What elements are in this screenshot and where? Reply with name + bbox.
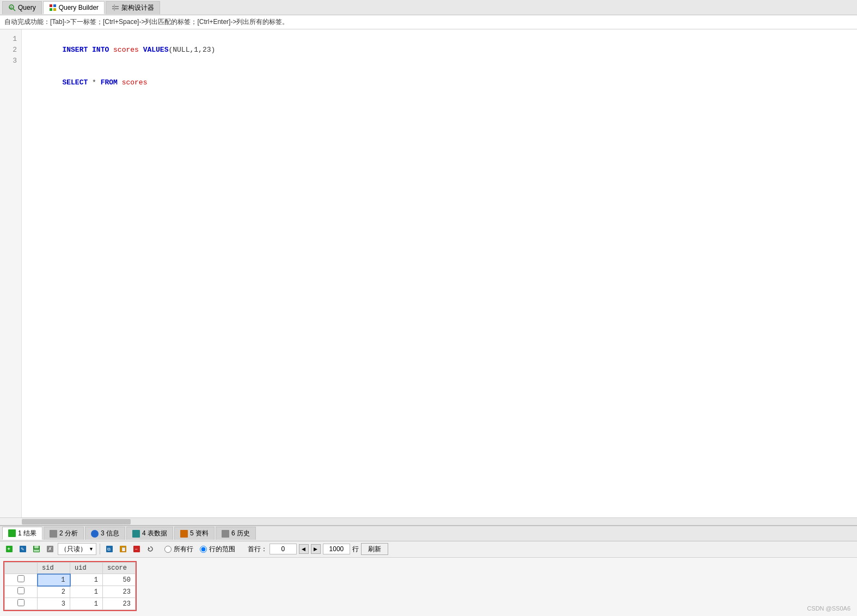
code-line-1: INSERT INTO scores VALUES(NULL,1,23) <box>28 34 850 66</box>
svg-rect-16 <box>34 550 39 552</box>
table-icon <box>132 530 140 538</box>
table-row[interactable]: 3 1 23 <box>5 598 136 610</box>
tab-data[interactable]: 5 资料 <box>174 527 215 540</box>
col-checkbox <box>5 562 38 574</box>
row-2-sid[interactable]: 2 <box>38 586 70 598</box>
bottom-panel: 1 结果 2 分析 3 信息 4 表数据 5 资料 6 历史 + <box>0 525 857 617</box>
row-first-input[interactable] <box>270 544 297 554</box>
svg-rect-3 <box>50 4 52 7</box>
svg-text:−: − <box>134 546 137 552</box>
row-1-sid[interactable]: 1 <box>38 574 70 586</box>
kw-insert: INSERT <box>62 46 92 54</box>
tab-info-label: 3 信息 <box>101 529 119 538</box>
schema-icon <box>112 4 119 11</box>
radio-range-rows[interactable]: 行的范围 <box>200 545 235 554</box>
query-builder-icon <box>49 4 57 11</box>
result-toolbar: + ✎ ✗ （只读） ▼ <box>0 541 857 558</box>
edit-row-button[interactable]: ✎ <box>17 543 29 555</box>
row-1-checkbox[interactable] <box>5 574 38 586</box>
line-number-3: 3 <box>0 56 21 66</box>
kw-from: FROM <box>101 78 118 87</box>
mode-dropdown-label: （只读） <box>60 545 87 554</box>
row-last-input[interactable] <box>323 544 350 554</box>
result-table: sid uid score 1 1 50 2 1 <box>4 562 136 611</box>
hint-bar: 自动完成功能：[Tab]->下一标签；[Ctrl+Space]->列出匹配的标签… <box>0 15 857 29</box>
tab-tabledata[interactable]: 4 表数据 <box>126 527 173 540</box>
row-2-score[interactable]: 23 <box>103 586 136 598</box>
tab-history[interactable]: 6 历史 <box>216 527 256 540</box>
result-tabs: 1 结果 2 分析 3 信息 4 表数据 5 资料 6 历史 <box>0 526 857 541</box>
svg-rect-8 <box>112 8 119 9</box>
svg-rect-4 <box>53 4 56 7</box>
paste-button[interactable]: 📋 <box>117 543 129 555</box>
horizontal-scrollbar[interactable] <box>0 517 857 525</box>
code-editor[interactable]: INSERT INTO scores VALUES(NULL,1,23) SEL… <box>22 29 857 517</box>
row-prev-button[interactable]: ◀ <box>299 544 309 554</box>
kw-select: SELECT <box>62 78 88 87</box>
tab-schema-designer[interactable]: 架构设计器 <box>106 1 160 14</box>
watermark-text: CSDN @SS0A6 <box>807 605 850 612</box>
svg-rect-5 <box>50 8 52 11</box>
editor-area[interactable]: 1 2 3 INSERT INTO scores VALUES(NULL,1,2… <box>0 29 857 525</box>
add-row-button[interactable]: + <box>3 543 15 555</box>
svg-text:✎: ✎ <box>21 547 25 552</box>
svg-rect-7 <box>112 6 119 7</box>
row-unit-label: 行 <box>352 545 359 554</box>
row-2-checkbox[interactable] <box>5 586 38 598</box>
row-2-uid[interactable]: 1 <box>70 586 103 598</box>
kw-into: INTO <box>92 46 113 54</box>
radio-range-input[interactable] <box>200 546 207 553</box>
tab-query[interactable]: Q Query <box>2 1 42 14</box>
discard-button[interactable]: ✗ <box>44 543 56 555</box>
table-row[interactable]: 1 1 50 <box>5 574 136 586</box>
data-table-container: sid uid score 1 1 50 2 1 <box>0 558 857 617</box>
radio-all-input[interactable] <box>164 546 172 553</box>
refresh-button[interactable]: 刷新 <box>361 543 388 555</box>
checkbox-1[interactable] <box>17 575 25 582</box>
query-icon: Q <box>8 4 16 11</box>
tab-analysis-label: 2 分析 <box>59 529 78 538</box>
row-first-label: 首行： <box>248 545 267 554</box>
row-1-score[interactable]: 50 <box>103 574 136 586</box>
radio-all-rows[interactable]: 所有行 <box>164 545 193 554</box>
svg-text:⧉: ⧉ <box>107 547 111 552</box>
checkbox-3[interactable] <box>17 599 25 606</box>
row-3-checkbox[interactable] <box>5 598 38 610</box>
mode-dropdown[interactable]: （只读） ▼ <box>58 543 96 555</box>
row-1-uid[interactable]: 1 <box>70 574 103 586</box>
history-icon <box>222 530 229 538</box>
tab-analysis[interactable]: 2 分析 <box>44 527 84 540</box>
refresh-small-button[interactable] <box>144 543 156 555</box>
tab-history-label: 6 历史 <box>231 529 250 538</box>
row-3-sid[interactable]: 3 <box>38 598 70 610</box>
info-icon <box>91 530 99 538</box>
kw-values: VALUES <box>143 46 169 54</box>
scrollbar-track <box>22 518 857 525</box>
svg-rect-6 <box>53 8 56 11</box>
row-next-button[interactable]: ▶ <box>311 544 321 554</box>
data-icon <box>180 530 188 538</box>
col-sid: sid <box>38 562 70 574</box>
row-3-uid[interactable]: 1 <box>70 598 103 610</box>
row-controls: 首行： ◀ ▶ 行 刷新 <box>248 543 388 555</box>
code-line-3 <box>28 99 850 110</box>
tab-info[interactable]: 3 信息 <box>85 527 125 540</box>
tab-query-builder[interactable]: Query Builder <box>43 1 105 14</box>
tab-result[interactable]: 1 结果 <box>2 527 42 540</box>
tab-tabledata-label: 4 表数据 <box>142 529 167 538</box>
row-3-score[interactable]: 23 <box>103 598 136 610</box>
save-button[interactable] <box>30 543 42 555</box>
tab-data-label: 5 资料 <box>190 529 209 538</box>
scrollbar-thumb[interactable] <box>22 519 131 524</box>
delete-button[interactable]: − <box>131 543 143 555</box>
copy-button[interactable]: ⧉ <box>103 543 115 555</box>
kw-scores-2: scores <box>118 78 148 87</box>
row-mode-radio-group: 所有行 行的范围 <box>164 545 235 554</box>
checkbox-2[interactable] <box>17 587 25 594</box>
toolbar-separator-1 <box>100 544 100 554</box>
hint-text: 自动完成功能：[Tab]->下一标签；[Ctrl+Space]->列出匹配的标签… <box>4 18 289 26</box>
line-number-1: 1 <box>0 34 21 45</box>
analysis-icon <box>50 530 57 538</box>
tab-query-builder-label: Query Builder <box>59 4 99 11</box>
table-row[interactable]: 2 1 23 <box>5 586 136 598</box>
